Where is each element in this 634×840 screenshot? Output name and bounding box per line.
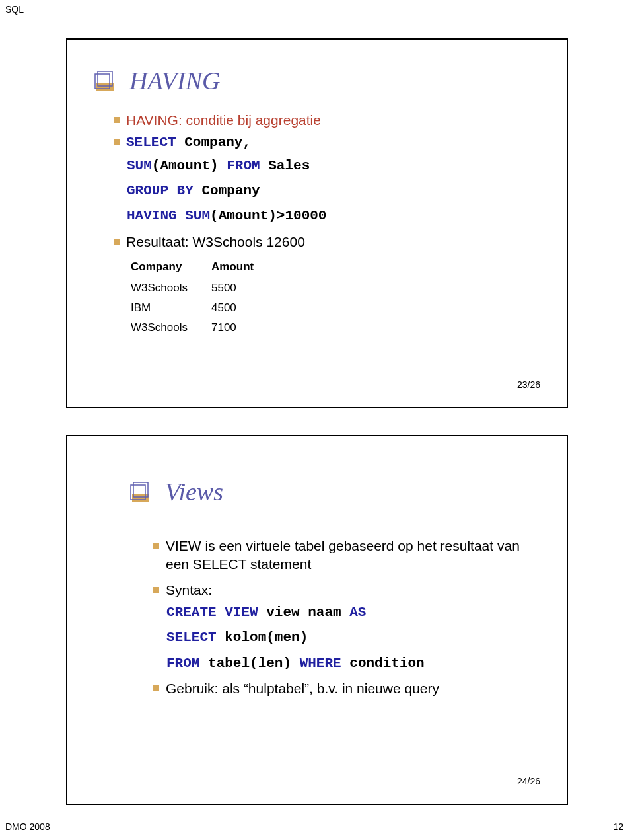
bullet-icon <box>153 587 159 593</box>
code-line3: FROM tabel(len) WHERE condition <box>166 654 527 673</box>
table-row: W3Schools 7100 <box>127 318 273 338</box>
slide-having: HAVING HAVING: conditie bij aggregatie S… <box>66 38 568 408</box>
table-header-company: Company <box>127 256 207 278</box>
svg-rect-0 <box>96 83 114 91</box>
code-line1: SELECT Company, <box>126 134 251 152</box>
data-table: Company Amount W3Schools 5500 IBM 4500 W… <box>127 256 273 338</box>
code-line3: GROUP BY Company <box>127 182 540 200</box>
bullet-icon <box>153 685 159 691</box>
table-row: W3Schools 5500 <box>127 278 273 299</box>
table-row: IBM 4500 <box>127 298 273 318</box>
slide-title-icon <box>92 69 118 95</box>
bullet-icon <box>114 117 120 123</box>
usage-text: Gebruik: als “hulptabel”, b.v. in nieuwe… <box>166 679 439 698</box>
slide-title: HAVING <box>129 66 220 95</box>
code-line2: SUM(Amount) FROM Sales <box>127 157 540 175</box>
having-desc: HAVING: conditie bij aggregatie <box>126 111 321 130</box>
slide1-content: HAVING: conditie bij aggregatie SELECT C… <box>114 111 540 338</box>
slide-title: Views <box>165 477 223 506</box>
slide-number: 24/26 <box>517 776 540 786</box>
slide2-content: VIEW is een virtuele tabel gebaseerd op … <box>153 537 527 702</box>
svg-rect-3 <box>132 494 149 502</box>
bullet-icon <box>153 543 159 549</box>
page-header: SQL <box>5 4 24 15</box>
footer-right: 12 <box>613 821 623 832</box>
result-text: Resultaat: W3Schools 12600 <box>126 233 305 251</box>
slide-number: 23/26 <box>517 379 540 390</box>
bullet-icon <box>114 139 120 145</box>
view-desc: VIEW is een virtuele tabel gebaseerd op … <box>166 537 527 574</box>
slide-title-icon <box>128 480 153 506</box>
code-line4: HAVING SUM(Amount)>10000 <box>127 207 540 225</box>
table-header-amount: Amount <box>207 256 273 278</box>
slide-views: Views VIEW is een virtuele tabel gebasee… <box>66 435 568 805</box>
footer-left: DMO 2008 <box>5 821 50 832</box>
syntax-label: Syntax: <box>166 581 212 599</box>
bullet-icon <box>114 239 120 245</box>
code-line1: CREATE VIEW view_naam AS <box>166 603 527 622</box>
code-line2: SELECT kolom(men) <box>166 629 527 647</box>
